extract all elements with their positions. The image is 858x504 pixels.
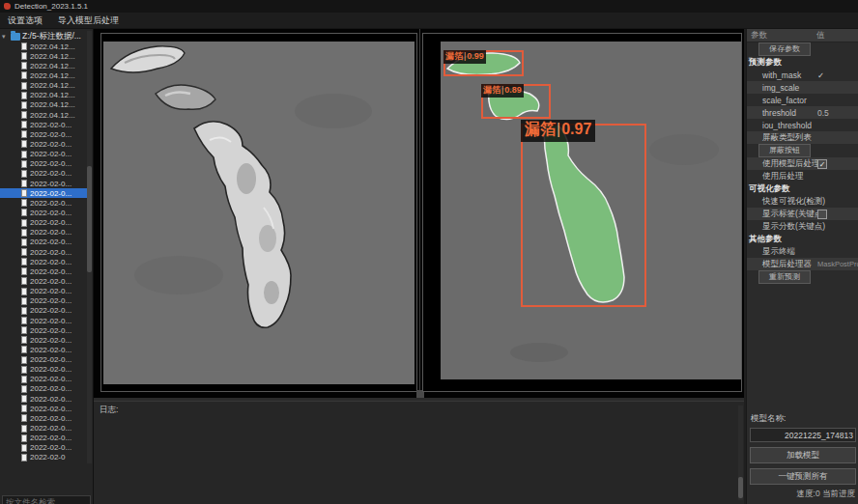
tree-file-item[interactable]: 2022.04.12... (0, 70, 87, 80)
prediction-image-view[interactable]: 漏箔|0.99 漏箔|0.89 漏箔|0.97 (422, 33, 742, 392)
tree-file-item[interactable]: 2022-02-0... (0, 266, 87, 276)
tree-file-item[interactable]: 2022-02-0... (0, 404, 87, 413)
log-panel[interactable]: 日志: (94, 401, 744, 504)
tree-file-item[interactable]: 2022.04.12... (0, 51, 87, 61)
parameter-row[interactable]: 使用后处理 (747, 170, 858, 182)
parameter-label: 重新预测 (758, 270, 811, 284)
parameter-value[interactable]: MaskPostPro (817, 260, 858, 268)
parameter-row[interactable]: threshold 0.5 (747, 106, 858, 119)
tree-root-folder[interactable]: ▾ Z:/5-标注数据/... (0, 31, 87, 42)
parameter-row[interactable]: scale_factor (747, 94, 858, 106)
tree-file-item[interactable]: 2022-02-0... (0, 228, 87, 238)
original-image-view[interactable] (100, 33, 417, 392)
tree-file-item[interactable]: 2022-02-0... (0, 208, 87, 217)
file-tree[interactable]: ▾ Z:/5-标注数据/... 2022.04.12... 2022.04.12… (0, 31, 87, 463)
tree-file-label: 2022-02-0... (30, 159, 72, 168)
tree-file-item[interactable]: 2022.04.12... (0, 91, 87, 100)
tree-file-item[interactable]: 2022-02-0... (0, 238, 87, 247)
tree-file-label: 2022.04.12... (30, 100, 75, 109)
log-scrollbar[interactable] (738, 406, 743, 500)
tree-file-item[interactable]: 2022-02-0... (0, 316, 87, 325)
image-splitter[interactable] (419, 29, 420, 398)
parameter-row[interactable]: 快速可视化(检测) (747, 195, 858, 208)
tree-file-item[interactable]: 2022-02-0... (0, 375, 87, 384)
tree-file-item[interactable]: 2022-02-0... (0, 257, 87, 266)
tree-file-item[interactable]: 2022.04.12... (0, 110, 87, 120)
file-icon (21, 229, 27, 237)
tree-file-item[interactable]: 2022-02-0... (0, 198, 87, 208)
search-input[interactable] (2, 495, 91, 504)
tree-file-item[interactable]: 2022-02-0... (0, 413, 87, 423)
parameter-row[interactable]: 显示分数(关键点) (747, 220, 858, 233)
tree-file-item[interactable]: 2022-02-0... (0, 169, 87, 179)
parameter-row[interactable]: 预测参数 (747, 56, 858, 69)
tree-file-label: 2022-02-0... (30, 306, 72, 315)
file-icon (21, 238, 27, 246)
parameter-row[interactable]: 显示标签(关键点) (747, 208, 858, 220)
tree-file-item[interactable]: 2022-02-0... (0, 443, 87, 453)
file-icon (21, 444, 27, 452)
tree-file-label: 2022-02-0... (30, 336, 72, 345)
parameter-value[interactable]: ✓ (817, 159, 827, 169)
tree-file-item[interactable]: 2022.04.12... (0, 42, 87, 51)
tree-file-item[interactable]: 2022-02-0... (0, 434, 87, 443)
parameter-row[interactable]: 屏蔽类型列表 (747, 131, 858, 144)
tree-file-item[interactable]: 2022-02-0... (0, 394, 87, 404)
menu-item-settings[interactable]: 设置选项 (8, 14, 43, 27)
tree-file-item[interactable]: 2022-02-0... (0, 384, 87, 394)
file-icon (21, 219, 27, 227)
tree-file-item[interactable]: 2022.04.12... (0, 81, 87, 91)
predict-all-button[interactable]: 一键预测所有 (750, 468, 856, 485)
parameter-row[interactable]: 显示终端 (747, 245, 858, 258)
tree-file-item[interactable]: 2022-02-0... (0, 296, 87, 306)
tree-file-item[interactable]: 2022-02-0 (0, 453, 87, 462)
tree-file-item[interactable]: 2022-02-0... (0, 325, 87, 335)
parameter-row[interactable]: 使用模型后处理 ✓ (747, 157, 858, 170)
tree-file-label: 2022-02-0... (30, 384, 72, 393)
parameter-value[interactable] (817, 210, 827, 219)
tree-file-item[interactable]: 2022-02-0... (0, 423, 87, 433)
tree-file-item[interactable]: 2022-02-0... (0, 129, 87, 139)
parameter-row[interactable]: 屏蔽按钮 (747, 144, 858, 157)
tree-file-item[interactable]: 2022-02-0... (0, 276, 87, 286)
parameter-row[interactable]: iou_threshold (747, 119, 858, 131)
tree-file-item[interactable]: 2022-02-0... (0, 120, 87, 129)
file-icon (21, 52, 27, 60)
parameter-row[interactable]: 重新预测 (747, 270, 858, 284)
tree-file-item[interactable]: 2022-02-0... (0, 306, 87, 316)
tree-file-item[interactable]: 2022-02-0... (0, 139, 87, 149)
chevron-down-icon[interactable]: ▾ (2, 33, 9, 41)
tree-file-item[interactable]: 2022-02-0... (0, 188, 87, 198)
tree-file-item[interactable]: 2022-02-0... (0, 345, 87, 354)
parameter-value[interactable]: 0.5 (817, 108, 829, 118)
tree-file-item[interactable]: 2022-02-0... (0, 247, 87, 257)
tree-file-item[interactable]: 2022-02-0... (0, 179, 87, 188)
tree-file-item[interactable]: 2022.04.12... (0, 100, 87, 110)
parameter-row[interactable]: 模型后处理器 MaskPostPro (747, 258, 858, 270)
tree-file-item[interactable]: 2022.04.12... (0, 61, 87, 70)
tree-file-item[interactable]: 2022-02-0... (0, 150, 87, 159)
tree-file-item[interactable]: 2022-02-0... (0, 159, 87, 169)
parameter-label: 保存参数 (758, 42, 811, 56)
load-model-button[interactable]: 加载模型 (750, 447, 856, 463)
tree-file-label: 2022-02-0... (30, 130, 72, 139)
log-scrollbar-thumb[interactable] (738, 477, 743, 498)
parameter-row[interactable]: 其他参数 (747, 233, 858, 245)
tree-scrollbar[interactable] (87, 31, 92, 463)
model-name-field[interactable]: 20221225_174813 (750, 428, 856, 442)
parameter-value[interactable]: ✓ (817, 70, 824, 80)
tree-file-item[interactable]: 2022-02-0... (0, 287, 87, 296)
parameter-row[interactable]: 保存参数 (747, 42, 858, 56)
file-icon (21, 395, 27, 403)
parameter-row[interactable]: 可视化参数 (747, 182, 858, 195)
file-icon (21, 385, 27, 393)
parameter-row[interactable]: img_scale (747, 81, 858, 94)
tree-scrollbar-thumb[interactable] (87, 166, 92, 272)
menu-item-import-postprocess[interactable]: 导入模型后处理 (58, 14, 119, 27)
tree-file-item[interactable]: 2022-02-0... (0, 355, 87, 365)
tree-file-item[interactable]: 2022-02-0... (0, 365, 87, 375)
parameter-row[interactable]: with_mask ✓ (747, 69, 858, 81)
tree-file-item[interactable]: 2022-02-0... (0, 218, 87, 228)
detection-label: 漏箔|0.99 (443, 50, 486, 64)
tree-file-item[interactable]: 2022-02-0... (0, 335, 87, 345)
